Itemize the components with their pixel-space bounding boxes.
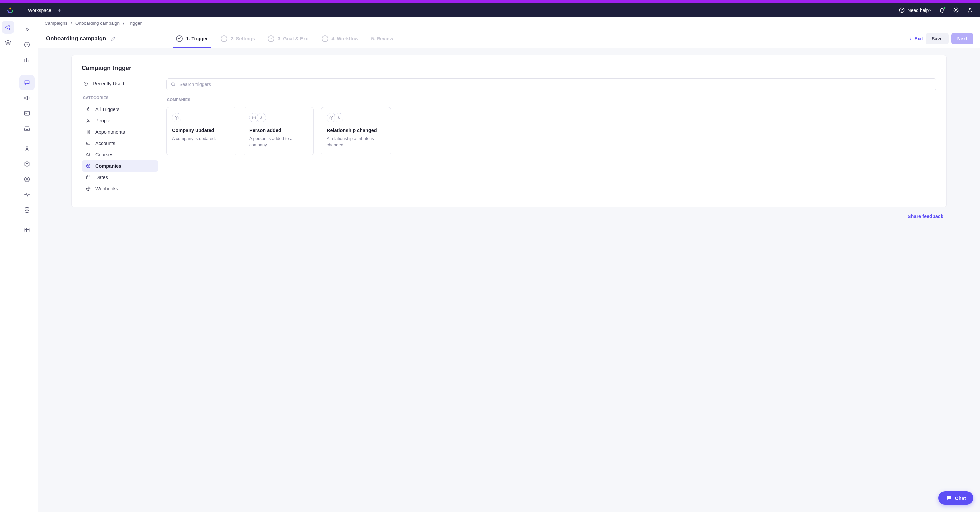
step-workflow[interactable]: 4. Workflow — [322, 29, 359, 48]
database-icon — [24, 207, 30, 213]
subrail-terminal[interactable] — [19, 106, 35, 121]
breadcrumb-campaigns[interactable]: Campaigns — [45, 21, 67, 25]
accent-strip — [0, 0, 980, 3]
next-button[interactable]: Next — [951, 33, 973, 45]
save-button[interactable]: Save — [926, 33, 949, 45]
category-dates[interactable]: Dates — [82, 172, 158, 183]
table-icon — [24, 227, 30, 233]
step-goal[interactable]: 3. Goal & Exit — [268, 29, 309, 48]
breadcrumb-campaign[interactable]: Onboarding campaign — [75, 21, 120, 25]
trigger-card[interactable]: Relationship changedA relationship attri… — [321, 107, 391, 155]
subrail-companies[interactable] — [19, 156, 35, 172]
check-icon — [322, 35, 328, 42]
step-settings[interactable]: 2. Settings — [221, 29, 255, 48]
workspace-name: Workspace 1 — [28, 8, 55, 13]
settings-button[interactable] — [953, 7, 959, 14]
category-people[interactable]: People — [82, 115, 158, 126]
pencil-icon — [111, 36, 116, 41]
id-icon — [86, 141, 91, 146]
check-icon — [268, 35, 274, 42]
triggers-section-label: COMPANIES — [167, 98, 936, 102]
category-all-triggers[interactable]: All Triggers — [82, 104, 158, 115]
doc-icon — [86, 129, 91, 135]
layers-icon — [5, 39, 11, 46]
card-title: Relationship changed — [327, 128, 385, 133]
panel-title: Campaign trigger — [82, 65, 936, 72]
trigger-panel: Campaign trigger Recently Used CATEGORIE… — [72, 55, 947, 207]
notifications-button[interactable] — [939, 7, 945, 14]
breadcrumb-current: Trigger — [128, 21, 142, 25]
subrail-reports[interactable] — [19, 52, 35, 68]
category-courses[interactable]: Courses — [82, 149, 158, 161]
inbox-icon — [24, 125, 30, 132]
rail-item-campaigns[interactable] — [2, 21, 14, 34]
app-logo-icon — [7, 7, 14, 14]
edit-name-button[interactable] — [111, 36, 116, 41]
search-input[interactable] — [166, 78, 936, 90]
pulse-icon — [24, 191, 30, 198]
person-icon — [86, 118, 91, 123]
trigger-card[interactable]: Person addedA person is added to a compa… — [243, 107, 313, 155]
subrail-data[interactable] — [19, 202, 35, 218]
rail-item-stacks[interactable] — [2, 37, 14, 49]
notification-dot — [943, 7, 946, 9]
subrail-table[interactable] — [19, 222, 35, 238]
card-title: Company updated — [172, 128, 231, 133]
subrail-announce[interactable] — [19, 90, 35, 106]
send-icon — [5, 24, 11, 31]
profile-button[interactable] — [967, 7, 973, 14]
updown-icon: ▲▼ — [58, 9, 61, 12]
top-bar: Workspace 1 ▲▼ Need help? — [0, 3, 980, 17]
category-appointments[interactable]: Appointments — [82, 126, 158, 138]
subrail-activity[interactable] — [19, 187, 35, 202]
person-icon — [257, 113, 266, 122]
card-title: Person added — [249, 128, 308, 133]
gear-icon — [953, 7, 959, 13]
card-desc: A relationship attribute is changed. — [327, 136, 385, 148]
chevron-left-icon — [908, 37, 913, 41]
person-icon — [334, 113, 343, 122]
chat-button[interactable]: Chat — [938, 491, 973, 505]
box-icon — [172, 113, 181, 122]
gauge-icon — [24, 41, 30, 48]
trigger-cards: Company updatedA company is updated.Pers… — [166, 107, 936, 155]
puzzle-icon — [86, 152, 91, 157]
exit-link[interactable]: Exit — [908, 36, 923, 41]
svg-point-19 — [10, 7, 11, 10]
outer-nav-rail — [0, 17, 16, 512]
chat-icon — [24, 80, 30, 86]
terminal-icon — [24, 110, 30, 117]
help-link[interactable]: Need help? — [899, 7, 931, 13]
subrail-messaging[interactable] — [19, 75, 35, 90]
search-triggers — [166, 78, 936, 90]
step-trigger[interactable]: 1. Trigger — [176, 29, 208, 48]
recently-used[interactable]: Recently Used — [82, 78, 158, 89]
card-desc: A company is updated. — [172, 136, 231, 142]
card-desc: A person is added to a company. — [249, 136, 308, 148]
categories-label: CATEGORIES — [83, 95, 158, 100]
subrail-accounts[interactable] — [19, 172, 35, 187]
subrail-people[interactable] — [19, 141, 35, 156]
main-area: Campaigns / Onboarding campaign / Trigge… — [38, 17, 980, 512]
help-label: Need help? — [907, 8, 931, 13]
person-icon — [24, 145, 30, 152]
check-icon — [176, 35, 183, 42]
wizard-steps: 1. Trigger 2. Settings 3. Goal & Exit 4.… — [176, 29, 393, 48]
workspace-switcher[interactable]: Workspace 1 ▲▼ — [28, 8, 61, 13]
subrail-expand[interactable] — [19, 22, 35, 37]
subrail-overview[interactable] — [19, 37, 35, 52]
trigger-card[interactable]: Company updatedA company is updated. — [166, 107, 236, 155]
category-webhooks[interactable]: Webhooks — [82, 183, 158, 194]
box-icon — [86, 163, 91, 169]
trigger-categories-sidebar: Recently Used CATEGORIES All TriggersPeo… — [82, 78, 158, 194]
globe-icon — [86, 186, 91, 191]
category-companies[interactable]: Companies — [82, 161, 158, 172]
calendar-icon — [86, 175, 91, 180]
chevrons-icon — [24, 26, 30, 32]
inner-nav-rail — [16, 17, 38, 512]
chat-icon — [946, 495, 952, 501]
subrail-inbox[interactable] — [19, 121, 35, 136]
share-feedback-link[interactable]: Share feedback — [908, 214, 943, 219]
category-accounts[interactable]: Accounts — [82, 138, 158, 149]
step-review[interactable]: 5. Review — [371, 29, 393, 48]
